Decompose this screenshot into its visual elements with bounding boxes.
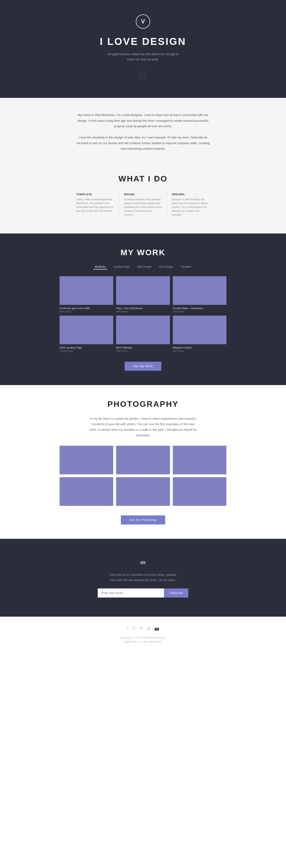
- social-linkedin-icon[interactable]: in: [140, 626, 143, 631]
- work-card-tag-1: Web Design: [116, 310, 170, 313]
- hero-subtitle: I'm glad that you visited my site where …: [107, 52, 179, 62]
- what-item-template-desc: Lately, I often create templates for Wor…: [76, 198, 114, 213]
- work-card-title-5: Mixpanel Career: [173, 346, 226, 349]
- about-paragraph-2: I love the simplicity in the design of w…: [76, 135, 210, 151]
- newsletter-section: ∞ Subscribe to our newsletter to receive…: [0, 539, 286, 617]
- work-thumb-5: [173, 316, 226, 344]
- photo-thumb-2: [173, 446, 226, 474]
- work-card-tag-0: Web Design: [60, 310, 113, 313]
- what-item-brand: BRAND. Creating a brand is a very comple…: [119, 190, 167, 219]
- photography-description: In my life there is a place for photos. …: [88, 416, 198, 438]
- tab-landing-page[interactable]: Landing Page: [112, 264, 131, 270]
- newsletter-description: Subscribe to our newsletter to receive n…: [103, 572, 183, 583]
- see-my-work-button[interactable]: See My Work: [124, 362, 162, 371]
- work-thumb-4: [116, 316, 170, 344]
- footer-copyright: Copyright © 2014. All Rights Reserved.: [5, 636, 281, 640]
- photo-thumb-5: [173, 477, 226, 506]
- newsletter-subscribe-button[interactable]: Subscribe: [164, 588, 188, 597]
- work-card-4: MGS Website Web Design: [116, 316, 170, 352]
- work-card-0: Positionly gain more traffic Web Design: [60, 276, 113, 313]
- photography-section: PHOTOGRAPHY In my life there is a place …: [0, 385, 286, 539]
- what-item-brand-title: BRAND.: [124, 193, 162, 196]
- work-card-2: Google Maps - developers Web Design: [173, 276, 226, 313]
- photo-thumb-1: [116, 446, 170, 474]
- social-google-icon[interactable]: G: [133, 626, 136, 631]
- social-instagram-icon[interactable]: 📷: [154, 626, 159, 631]
- footer: 𝕥 G in ⊞ 📷 Copyright © 2014. All Rights …: [0, 617, 286, 650]
- social-dribbble-icon[interactable]: ⊞: [147, 626, 150, 631]
- photo-thumb-4: [116, 477, 170, 506]
- work-card-title-4: MGS Website: [116, 346, 170, 349]
- work-thumb-3: [60, 316, 113, 344]
- about-section: My name is Vlad Musienko, I'm a web desi…: [0, 98, 286, 172]
- what-grid: TEMPLATE. Lately, I often create templat…: [71, 190, 215, 219]
- work-card-title-3: Djed Landing Page: [60, 346, 113, 349]
- work-card-tag-3: Landing Page: [60, 350, 113, 352]
- newsletter-email-input[interactable]: [98, 588, 164, 597]
- work-thumb-1: [116, 276, 170, 305]
- infinity-icon: ∞: [5, 558, 281, 567]
- what-item-dreams: DREAMS. Everyone is able to destroy the …: [167, 190, 215, 219]
- footer-made-with: Made With Love By VladTheme: [5, 640, 281, 643]
- work-card-tag-2: Web Design: [173, 310, 226, 313]
- what-item-template: TEMPLATE. Lately, I often create templat…: [71, 190, 119, 219]
- hero-logo: V: [136, 14, 150, 29]
- work-card-3: Djed Landing Page Landing Page: [60, 316, 113, 352]
- tab-web-design[interactable]: Web Design: [136, 264, 153, 270]
- what-item-dreams-title: DREAMS.: [172, 193, 210, 196]
- what-item-brand-desc: Creating a brand is a very complex proce…: [124, 198, 162, 217]
- my-work-title: MY WORK: [5, 248, 281, 257]
- photo-thumb-0: [60, 446, 113, 474]
- my-work-section: MY WORK All Works Landing Page Web Desig…: [0, 234, 286, 385]
- work-card-1: Flag - User Dashboard Web Design: [116, 276, 170, 313]
- work-card-title-2: Google Maps - developers: [173, 307, 226, 310]
- photo-grid: [60, 446, 226, 506]
- see-photoblog-button[interactable]: See My Photoblog: [121, 516, 165, 525]
- work-thumb-0: [60, 276, 113, 305]
- tab-icon-design[interactable]: Icon Design: [158, 264, 174, 270]
- work-card-title-1: Flag - User Dashboard: [116, 307, 170, 310]
- scroll-icon: ○: [142, 73, 144, 77]
- photo-thumb-3: [60, 477, 113, 506]
- tab-template[interactable]: Template: [179, 264, 193, 270]
- work-grid: Positionly gain more traffic Web Design …: [60, 276, 226, 352]
- work-card-tag-5: Icon Design: [173, 350, 226, 352]
- work-tabs: All Works Landing Page Web Design Icon D…: [5, 264, 281, 270]
- what-i-do-section: WHAT I DO TEMPLATE. Lately, I often crea…: [0, 172, 286, 234]
- what-item-dreams-desc: Everyone is able to destroy the dream, b…: [172, 198, 210, 217]
- photography-title: PHOTOGRAPHY: [5, 399, 281, 409]
- hero-title: I LOVE DESIGN: [100, 36, 186, 47]
- scroll-indicator[interactable]: ○: [139, 72, 147, 79]
- work-card-title-0: Positionly gain more traffic: [60, 307, 113, 310]
- work-thumb-2: [173, 276, 226, 305]
- what-i-do-title: WHAT I DO: [5, 174, 281, 183]
- hero-section: V I LOVE DESIGN I'm glad that you visite…: [0, 0, 286, 98]
- about-paragraph-1: My name is Vlad Musienko, I'm a web desi…: [76, 112, 210, 129]
- social-twitter-icon[interactable]: 𝕥: [127, 626, 129, 631]
- work-card-5: Mixpanel Career Icon Design: [173, 316, 226, 352]
- newsletter-form: Subscribe: [98, 588, 188, 597]
- tab-all-works[interactable]: All Works: [94, 264, 107, 270]
- what-item-template-title: TEMPLATE.: [76, 193, 114, 196]
- footer-social-icons: 𝕥 G in ⊞ 📷: [5, 626, 281, 631]
- work-card-tag-4: Web Design: [116, 350, 170, 352]
